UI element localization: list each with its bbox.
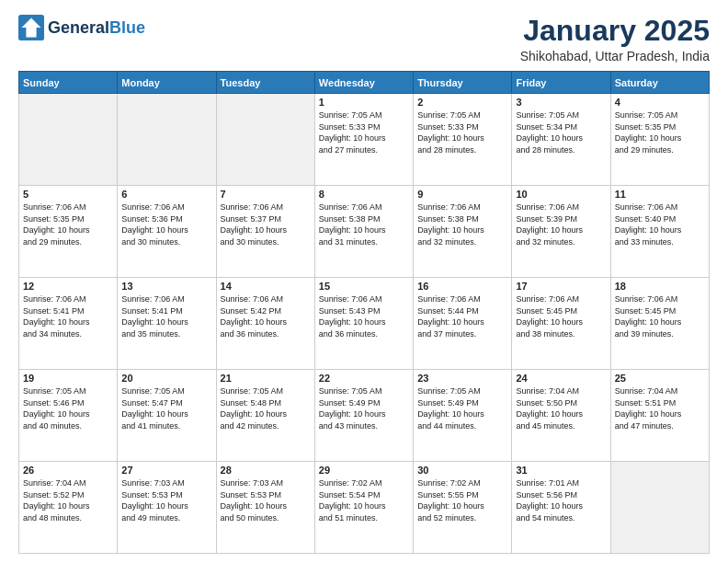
day-number: 4 [615, 97, 705, 108]
day-number: 25 [615, 373, 705, 384]
calendar-cell: 10Sunrise: 7:06 AM Sunset: 5:39 PM Dayli… [512, 186, 610, 278]
calendar-cell [610, 462, 709, 554]
subtitle: Shikohabad, Uttar Pradesh, India [520, 49, 710, 63]
calendar-cell: 3Sunrise: 7:05 AM Sunset: 5:34 PM Daylig… [512, 94, 610, 186]
day-info: Sunrise: 7:05 AM Sunset: 5:49 PM Dayligh… [319, 385, 409, 431]
day-info: Sunrise: 7:05 AM Sunset: 5:33 PM Dayligh… [417, 109, 507, 155]
calendar-cell: 13Sunrise: 7:06 AM Sunset: 5:41 PM Dayli… [118, 278, 216, 370]
main-title: January 2025 [520, 15, 710, 47]
calendar-cell: 6Sunrise: 7:06 AM Sunset: 5:36 PM Daylig… [118, 186, 216, 278]
calendar-cell: 9Sunrise: 7:06 AM Sunset: 5:38 PM Daylig… [414, 186, 512, 278]
day-number: 3 [516, 97, 606, 108]
day-info: Sunrise: 7:02 AM Sunset: 5:54 PM Dayligh… [319, 477, 409, 523]
day-number: 9 [417, 189, 507, 200]
calendar-header-friday: Friday [512, 72, 610, 94]
calendar-header-sunday: Sunday [19, 72, 118, 94]
day-number: 30 [417, 465, 507, 476]
calendar-week-row: 19Sunrise: 7:05 AM Sunset: 5:46 PM Dayli… [19, 370, 710, 462]
day-info: Sunrise: 7:05 AM Sunset: 5:46 PM Dayligh… [23, 385, 113, 431]
calendar-cell: 16Sunrise: 7:06 AM Sunset: 5:44 PM Dayli… [414, 278, 512, 370]
calendar-cell: 18Sunrise: 7:06 AM Sunset: 5:45 PM Dayli… [610, 278, 709, 370]
calendar-cell: 30Sunrise: 7:02 AM Sunset: 5:55 PM Dayli… [414, 462, 512, 554]
calendar-header-row: SundayMondayTuesdayWednesdayThursdayFrid… [19, 72, 710, 94]
calendar-cell: 26Sunrise: 7:04 AM Sunset: 5:52 PM Dayli… [19, 462, 118, 554]
calendar-cell: 2Sunrise: 7:05 AM Sunset: 5:33 PM Daylig… [414, 94, 512, 186]
day-info: Sunrise: 7:06 AM Sunset: 5:37 PM Dayligh… [221, 201, 311, 247]
calendar-cell: 23Sunrise: 7:05 AM Sunset: 5:49 PM Dayli… [414, 370, 512, 462]
day-number: 10 [516, 189, 606, 200]
calendar-cell: 4Sunrise: 7:05 AM Sunset: 5:35 PM Daylig… [610, 94, 709, 186]
day-number: 28 [221, 465, 311, 476]
calendar-cell: 31Sunrise: 7:01 AM Sunset: 5:56 PM Dayli… [512, 462, 610, 554]
calendar-cell: 1Sunrise: 7:05 AM Sunset: 5:33 PM Daylig… [314, 94, 413, 186]
day-info: Sunrise: 7:01 AM Sunset: 5:56 PM Dayligh… [516, 477, 606, 523]
day-number: 13 [121, 281, 211, 292]
day-number: 12 [23, 281, 113, 292]
calendar-cell: 20Sunrise: 7:05 AM Sunset: 5:47 PM Dayli… [118, 370, 216, 462]
day-number: 18 [615, 281, 705, 292]
calendar-cell: 17Sunrise: 7:06 AM Sunset: 5:45 PM Dayli… [512, 278, 610, 370]
calendar-week-row: 1Sunrise: 7:05 AM Sunset: 5:33 PM Daylig… [19, 94, 710, 186]
logo-general: GeneralBlue [48, 18, 145, 38]
calendar-cell: 5Sunrise: 7:06 AM Sunset: 5:35 PM Daylig… [19, 186, 118, 278]
logo-text: GeneralBlue [18, 15, 145, 40]
day-info: Sunrise: 7:05 AM Sunset: 5:49 PM Dayligh… [417, 385, 507, 431]
day-number: 20 [121, 373, 211, 384]
calendar-week-row: 26Sunrise: 7:04 AM Sunset: 5:52 PM Dayli… [19, 462, 710, 554]
day-info: Sunrise: 7:06 AM Sunset: 5:38 PM Dayligh… [319, 201, 409, 247]
title-block: January 2025 Shikohabad, Uttar Pradesh, … [520, 15, 710, 63]
calendar-cell: 25Sunrise: 7:04 AM Sunset: 5:51 PM Dayli… [610, 370, 709, 462]
day-info: Sunrise: 7:04 AM Sunset: 5:51 PM Dayligh… [615, 385, 705, 431]
day-number: 17 [516, 281, 606, 292]
calendar-cell: 27Sunrise: 7:03 AM Sunset: 5:53 PM Dayli… [118, 462, 216, 554]
calendar-cell: 7Sunrise: 7:06 AM Sunset: 5:37 PM Daylig… [216, 186, 314, 278]
day-info: Sunrise: 7:06 AM Sunset: 5:39 PM Dayligh… [516, 201, 606, 247]
day-info: Sunrise: 7:06 AM Sunset: 5:45 PM Dayligh… [516, 293, 606, 339]
day-info: Sunrise: 7:03 AM Sunset: 5:53 PM Dayligh… [221, 477, 311, 523]
calendar-header-monday: Monday [118, 72, 216, 94]
day-number: 23 [417, 373, 507, 384]
day-number: 15 [319, 281, 409, 292]
calendar-cell: 29Sunrise: 7:02 AM Sunset: 5:54 PM Dayli… [314, 462, 413, 554]
calendar-cell: 14Sunrise: 7:06 AM Sunset: 5:42 PM Dayli… [216, 278, 314, 370]
day-info: Sunrise: 7:06 AM Sunset: 5:45 PM Dayligh… [615, 293, 705, 339]
calendar-cell: 21Sunrise: 7:05 AM Sunset: 5:48 PM Dayli… [216, 370, 314, 462]
day-number: 11 [615, 189, 705, 200]
day-info: Sunrise: 7:06 AM Sunset: 5:36 PM Dayligh… [121, 201, 211, 247]
calendar-header-thursday: Thursday [414, 72, 512, 94]
day-number: 22 [319, 373, 409, 384]
day-number: 19 [23, 373, 113, 384]
calendar-week-row: 5Sunrise: 7:06 AM Sunset: 5:35 PM Daylig… [19, 186, 710, 278]
calendar-header-saturday: Saturday [610, 72, 709, 94]
calendar-cell: 22Sunrise: 7:05 AM Sunset: 5:49 PM Dayli… [314, 370, 413, 462]
day-info: Sunrise: 7:02 AM Sunset: 5:55 PM Dayligh… [417, 477, 507, 523]
calendar-header-wednesday: Wednesday [314, 72, 413, 94]
header: GeneralBlue January 2025 Shikohabad, Utt… [18, 15, 710, 63]
day-info: Sunrise: 7:05 AM Sunset: 5:48 PM Dayligh… [221, 385, 311, 431]
day-info: Sunrise: 7:05 AM Sunset: 5:47 PM Dayligh… [121, 385, 211, 431]
day-number: 21 [221, 373, 311, 384]
day-number: 16 [417, 281, 507, 292]
calendar-cell: 28Sunrise: 7:03 AM Sunset: 5:53 PM Dayli… [216, 462, 314, 554]
logo: GeneralBlue [18, 15, 145, 40]
day-number: 2 [417, 97, 507, 108]
day-info: Sunrise: 7:04 AM Sunset: 5:52 PM Dayligh… [23, 477, 113, 523]
calendar-cell: 24Sunrise: 7:04 AM Sunset: 5:50 PM Dayli… [512, 370, 610, 462]
day-info: Sunrise: 7:05 AM Sunset: 5:34 PM Dayligh… [516, 109, 606, 155]
day-info: Sunrise: 7:06 AM Sunset: 5:42 PM Dayligh… [221, 293, 311, 339]
calendar-cell: 15Sunrise: 7:06 AM Sunset: 5:43 PM Dayli… [314, 278, 413, 370]
calendar-cell: 19Sunrise: 7:05 AM Sunset: 5:46 PM Dayli… [19, 370, 118, 462]
day-number: 8 [319, 189, 409, 200]
calendar-header-tuesday: Tuesday [216, 72, 314, 94]
logo-icon [18, 15, 44, 40]
day-info: Sunrise: 7:06 AM Sunset: 5:40 PM Dayligh… [615, 201, 705, 247]
day-info: Sunrise: 7:06 AM Sunset: 5:38 PM Dayligh… [417, 201, 507, 247]
calendar-cell [19, 94, 118, 186]
day-info: Sunrise: 7:03 AM Sunset: 5:53 PM Dayligh… [121, 477, 211, 523]
calendar-cell: 11Sunrise: 7:06 AM Sunset: 5:40 PM Dayli… [610, 186, 709, 278]
day-info: Sunrise: 7:06 AM Sunset: 5:44 PM Dayligh… [417, 293, 507, 339]
day-info: Sunrise: 7:06 AM Sunset: 5:43 PM Dayligh… [319, 293, 409, 339]
day-number: 29 [319, 465, 409, 476]
day-info: Sunrise: 7:05 AM Sunset: 5:35 PM Dayligh… [615, 109, 705, 155]
calendar-cell [216, 94, 314, 186]
